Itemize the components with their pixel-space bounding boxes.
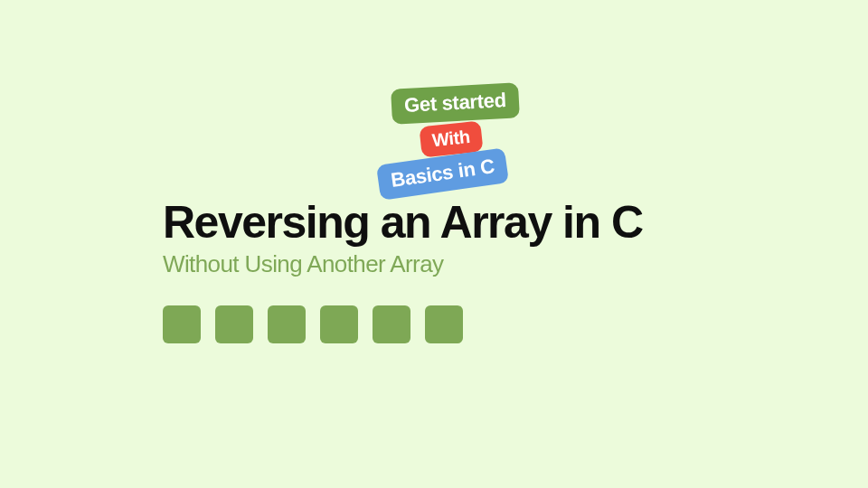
array-box	[373, 305, 410, 343]
array-box	[320, 305, 358, 343]
title: Reversing an Array in C	[163, 199, 643, 247]
array-box	[425, 305, 463, 343]
array-boxes	[163, 305, 643, 343]
array-box	[215, 305, 253, 343]
array-box	[163, 305, 201, 343]
main-content: Reversing an Array in C Without Using An…	[163, 199, 643, 343]
tag-stack: Get started With Basics in C	[364, 86, 545, 203]
subtitle: Without Using Another Array	[163, 250, 643, 278]
tag-basics-in-c: Basics in C	[376, 147, 509, 201]
tag-get-started: Get started	[391, 82, 520, 124]
array-box	[268, 305, 306, 343]
